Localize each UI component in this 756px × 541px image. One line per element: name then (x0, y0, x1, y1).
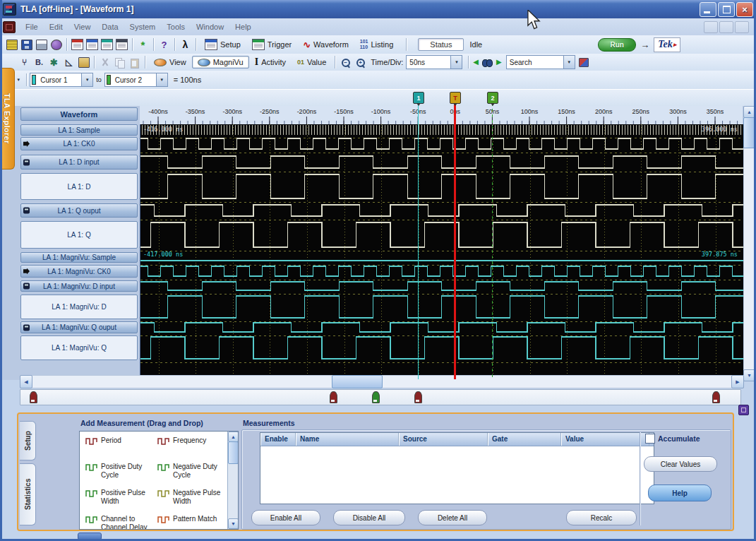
menu-window[interactable]: Window (191, 20, 229, 33)
cursor-marker-2[interactable]: 2 (487, 92, 498, 104)
column-header-value[interactable]: Value (561, 433, 649, 446)
child-restore-button[interactable] (719, 21, 733, 33)
paste-icon[interactable] (128, 57, 140, 68)
disable-all-button[interactable]: Disable All (333, 510, 405, 525)
waveform-label-row[interactable]: LA 1: CK0 (20, 137, 138, 150)
search-combo[interactable]: Search ▼ (506, 55, 575, 69)
wizard-icon[interactable]: * (137, 39, 149, 50)
measurement-item[interactable]: Channel to Channel Delay (85, 515, 156, 530)
cursor1-line[interactable] (418, 103, 419, 379)
enable-all-button[interactable]: Enable All (251, 510, 320, 525)
timediv-dropdown-icon[interactable]: ▼ (450, 56, 462, 69)
column-header-gate[interactable]: Gate (488, 433, 561, 446)
waveform-label-row[interactable]: LA 1: MagniVu: Q ouput (20, 321, 138, 333)
trigger-marker[interactable]: T (450, 92, 461, 104)
search-next-icon[interactable]: ▶ (496, 59, 502, 66)
menu-file[interactable]: File (20, 20, 44, 33)
zoom-out-icon[interactable]: − (340, 57, 352, 68)
menu-view[interactable]: View (68, 20, 97, 33)
properties-icon[interactable] (50, 39, 62, 50)
list-scrollbar[interactable]: ▲ ▼ (227, 432, 238, 529)
menu-system[interactable]: System (124, 20, 162, 33)
scroll-up-button[interactable]: ▲ (743, 106, 755, 118)
cursor2-line[interactable] (492, 103, 493, 379)
measurement-item[interactable]: Positive Pulse Width (85, 489, 156, 505)
search-prev-icon[interactable]: ◀ (473, 59, 479, 66)
overview-marker-4[interactable] (712, 391, 720, 403)
vertical-scroll-thumb[interactable] (743, 117, 755, 148)
save-icon[interactable] (20, 39, 32, 50)
waveform-label-row[interactable]: LA 1: MagniVu: Q (20, 335, 138, 360)
list-scroll-down-icon[interactable]: ▼ (228, 518, 239, 529)
status-button[interactable]: Status (418, 38, 464, 51)
trigger-button[interactable]: Trigger (246, 37, 297, 52)
bookmark-icon[interactable]: B. (33, 57, 45, 68)
magnivu-button[interactable]: MagniVu (192, 56, 249, 69)
menu-tools[interactable]: Tools (161, 20, 191, 33)
time-ruler[interactable]: -400ns-350ns-300ns-250ns-200ns-150ns-100… (140, 106, 743, 124)
split-window-icon[interactable]: ⑂ (18, 57, 30, 68)
setup-window-icon[interactable] (71, 39, 83, 50)
measurement-item[interactable]: Frequency (157, 436, 228, 446)
cursor1-combo[interactable]: Cursor 1 ▼ (30, 73, 93, 87)
view-button[interactable]: View (148, 56, 192, 69)
child-minimize-button[interactable] (704, 21, 718, 33)
help-button[interactable]: Help (648, 484, 712, 501)
measurement-item[interactable]: Pattern Match (157, 515, 228, 524)
cursor2-combo[interactable]: Cursor 2 ▼ (104, 73, 168, 87)
search-options-icon[interactable] (578, 57, 590, 68)
overview-marker-1[interactable] (330, 391, 337, 403)
waveform-label-row[interactable]: LA 1: MagniVu: Sample (20, 252, 138, 263)
waveform-button[interactable]: ∿ Waveform (297, 38, 354, 52)
column-header-source[interactable]: Source (399, 433, 488, 446)
measurement-item[interactable]: Negative Duty Cycle (157, 463, 228, 479)
document-window-icon[interactable] (3, 21, 16, 33)
list-scroll-thumb[interactable] (228, 441, 239, 464)
delete-all-button[interactable]: Delete All (418, 510, 487, 525)
copy-icon[interactable] (114, 57, 126, 68)
cursor1-dropdown-icon[interactable]: ▼ (81, 73, 92, 86)
list-scroll-up-icon[interactable]: ▲ (228, 432, 239, 442)
value-button[interactable]: 01 Value (292, 56, 332, 69)
waveform-label-row[interactable]: LA 1: Sample (20, 124, 138, 136)
waveform-column-header[interactable]: Waveform (20, 107, 138, 121)
print-icon[interactable] (35, 39, 47, 50)
waveform-label-row[interactable]: LA 1: MagniVu: D input (20, 280, 138, 292)
waveform-canvas[interactable] (140, 124, 743, 379)
overview-marker-0[interactable] (30, 391, 37, 403)
edit-pointer-icon[interactable]: ◺ (63, 57, 75, 68)
close-button[interactable]: × (736, 2, 753, 17)
waveform-label-row[interactable]: LA 1: D (20, 173, 138, 200)
run-button[interactable]: Run (598, 38, 636, 52)
menu-help[interactable]: Help (229, 20, 257, 33)
tab-statistics[interactable]: Statistics (20, 463, 36, 525)
scroll-right-button[interactable]: ▶ (731, 375, 744, 388)
folder-open-icon[interactable] (78, 57, 90, 68)
listing-window-icon[interactable] (86, 39, 98, 50)
measurement-item[interactable]: Period (85, 436, 156, 446)
trigger-line[interactable] (454, 103, 456, 379)
child-close-button[interactable] (735, 21, 749, 33)
measurement-item[interactable]: Positive Duty Cycle (85, 463, 156, 479)
waveform-label-row[interactable]: LA 1: D input (20, 155, 138, 170)
run-tool-icon[interactable]: λ (179, 39, 191, 50)
source-window-icon[interactable] (116, 39, 128, 50)
waveform-label-row[interactable]: LA 1: MagniVu: D (20, 295, 138, 319)
listing-button[interactable]: 101110 Listing (354, 37, 399, 52)
measurement-item[interactable]: Negative Pulse Width (157, 489, 228, 505)
overview-marker-2[interactable] (372, 391, 380, 403)
marker-overview-bar[interactable] (20, 389, 741, 405)
accumulate-checkbox[interactable] (645, 434, 655, 444)
help-icon[interactable]: ? (158, 39, 170, 50)
cursor-marker-1[interactable]: 1 (413, 92, 424, 104)
search-dropdown-icon[interactable]: ▼ (563, 56, 575, 69)
panel-grip[interactable] (78, 533, 102, 540)
zoom-in-icon[interactable]: + (354, 57, 366, 68)
activity-button[interactable]: I Activity (249, 55, 292, 69)
waveform-window-icon[interactable] (101, 39, 113, 50)
waveform-label-row[interactable]: LA 1: Q (20, 221, 138, 249)
waveform-label-row[interactable]: LA 1: Q ouput (20, 203, 138, 218)
menu-edit[interactable]: Edit (44, 20, 68, 33)
scroll-down-button[interactable]: ▼ (743, 369, 755, 381)
zoom-anchor-icon[interactable]: ✱ (48, 57, 60, 68)
